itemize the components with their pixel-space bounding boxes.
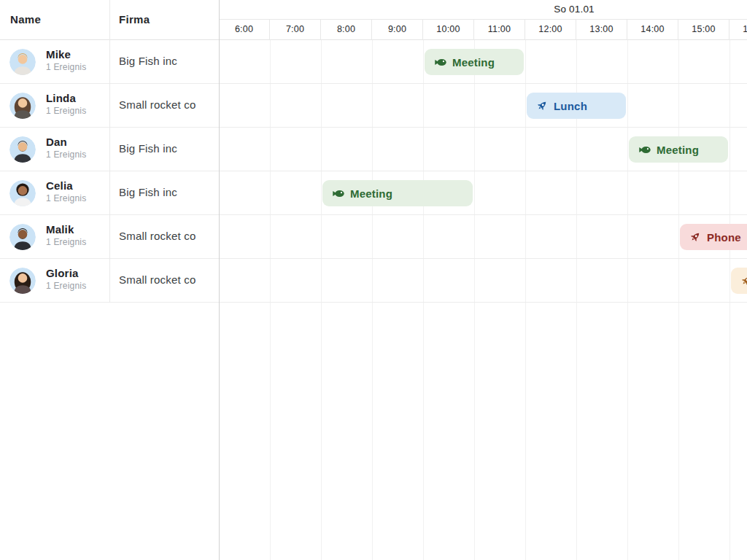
hour-header-cell: 9:00: [372, 20, 423, 40]
person-event-count: 1 Ereignis: [46, 237, 86, 247]
person-name: Celia: [46, 179, 86, 192]
fish-icon: [638, 144, 651, 156]
timeline-header: So 01.01 6:007:008:009:0010:0011:0012:00…: [219, 0, 747, 40]
event-label: Meeting: [350, 187, 392, 200]
hour-header-cell: 8:00: [321, 20, 372, 40]
avatar: [9, 268, 36, 294]
person-company: Small rocket co: [119, 98, 196, 111]
person-event-count: 1 Ereignis: [46, 193, 86, 203]
hour-header-cell: 13:00: [576, 20, 627, 40]
column-header-firma: Firma: [119, 13, 150, 26]
column-header-name: Name: [10, 13, 41, 26]
event-meeting[interactable]: Meeting: [629, 136, 728, 163]
event-phone[interactable]: Phone: [680, 224, 747, 250]
hour-header-cell: 11:00: [474, 20, 525, 40]
person-company: Big Fish inc: [119, 55, 177, 67]
avatar: [9, 49, 36, 75]
person-event-count: 1 Ereignis: [46, 149, 86, 160]
event-bar[interactable]: [731, 268, 747, 294]
day-header-label: So 01.01: [554, 0, 595, 19]
fish-icon: [332, 187, 344, 200]
hour-header-cell: 14:00: [627, 20, 678, 40]
person-info: Gloria 1 Ereignis: [46, 267, 86, 291]
hour-header-cell: 15:00: [678, 20, 729, 40]
person-info: Linda 1 Ereignis: [46, 92, 86, 116]
avatar: [9, 224, 36, 250]
event-label: Meeting: [452, 56, 495, 69]
person-name: Mike: [46, 48, 86, 61]
person-name: Gloria: [46, 267, 86, 279]
person-name: Dan: [46, 136, 86, 148]
person-event-count: 1 Ereignis: [46, 106, 86, 116]
day-header-row: So 01.01: [219, 0, 747, 20]
person-event-count: 1 Ereignis: [46, 62, 86, 72]
hour-header-cell: 6:00: [219, 20, 270, 40]
hour-header-cell: 16:00: [729, 20, 747, 40]
person-company: Big Fish inc: [119, 142, 177, 155]
fish-icon: [434, 56, 446, 69]
person-name: Malik: [46, 223, 86, 236]
rocket-icon: [689, 231, 701, 243]
avatar: [9, 93, 36, 119]
name-firma-divider: [109, 0, 110, 303]
event-label: Meeting: [657, 144, 699, 156]
person-info: Dan 1 Ereignis: [46, 136, 86, 160]
hour-header-cell: 12:00: [525, 20, 576, 40]
person-event-count: 1 Ereignis: [46, 281, 86, 291]
hour-header-row: 6:007:008:009:0010:0011:0012:0013:0014:0…: [219, 20, 747, 40]
rocket-icon: [536, 100, 548, 112]
person-company: Small rocket co: [119, 230, 196, 242]
events-layer: Meeting Lunch Meeting Meeting Phone: [219, 40, 747, 560]
resources-timeline-divider: [219, 0, 220, 560]
person-info: Mike 1 Ereignis: [46, 48, 86, 72]
hour-header-cell: 7:00: [270, 20, 321, 40]
event-label: Lunch: [554, 100, 587, 112]
event-meeting[interactable]: Meeting: [322, 180, 473, 206]
rocket-icon: [740, 275, 747, 287]
event-lunch[interactable]: Lunch: [527, 93, 626, 119]
person-company: Small rocket co: [119, 273, 196, 286]
scheduler-app: Mike 1 Ereignis Big Fish inc Linda 1 Ere…: [0, 0, 747, 560]
avatar: [9, 180, 36, 206]
person-name: Linda: [46, 92, 86, 104]
person-company: Big Fish inc: [119, 186, 177, 198]
person-info: Celia 1 Ereignis: [46, 179, 86, 203]
avatar: [9, 136, 36, 163]
person-info: Malik 1 Ereignis: [46, 223, 86, 247]
event-meeting[interactable]: Meeting: [425, 49, 524, 75]
hour-header-cell: 10:00: [423, 20, 474, 40]
event-label: Phone: [707, 231, 741, 244]
